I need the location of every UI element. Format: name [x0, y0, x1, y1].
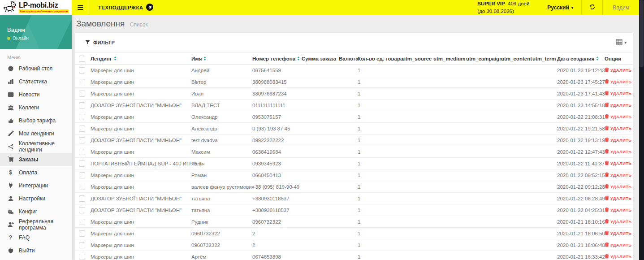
support-button[interactable]: ТЕХПОДДЕРЖКА	[89, 0, 162, 15]
row-checkbox[interactable]	[79, 149, 85, 155]
delete-button[interactable]: УДАЛИТЬ	[605, 126, 631, 131]
delete-button[interactable]: УДАЛИТЬ	[605, 114, 631, 120]
sidebar-item-dashboard[interactable]: Рабочий стол	[0, 62, 72, 75]
cell-phone: 0953075157	[252, 114, 302, 120]
cell-created: 2020-01-22 06:28:49	[557, 196, 605, 201]
column-header-created[interactable]: Дата создания	[557, 56, 605, 61]
row-checkbox[interactable]	[79, 242, 85, 248]
delete-button[interactable]: УДАЛИТЬ	[605, 172, 631, 178]
cell-name: Иван	[191, 91, 252, 96]
refresh-button[interactable]	[582, 0, 602, 15]
sidebar-item-plug[interactable]: Интеграции	[0, 179, 72, 192]
row-checkbox[interactable]	[79, 126, 85, 132]
sidebar-item-user[interactable]: Настройки	[0, 192, 72, 205]
row-checkbox[interactable]	[79, 219, 85, 225]
sidebar-item-news[interactable]: Новости	[0, 88, 72, 101]
trash-icon	[605, 172, 609, 178]
sidebar-item-thumb[interactable]: Выбор тарифа	[0, 114, 72, 127]
trash-icon	[605, 79, 609, 85]
sidebar-item-dollar[interactable]: $Оплата	[0, 166, 72, 179]
row-checkbox[interactable]	[79, 254, 85, 260]
trash-icon	[605, 102, 609, 108]
row-checkbox[interactable]	[79, 184, 85, 190]
news-icon	[7, 91, 14, 98]
filter-button[interactable]: ФИЛЬТР	[85, 40, 115, 46]
cell-landing: Маркеры для шин	[91, 68, 191, 73]
column-header-name[interactable]: Имя	[191, 56, 252, 61]
delete-button[interactable]: УДАЛИТЬ	[605, 195, 631, 201]
delete-button[interactable]: УДАЛИТЬ	[605, 149, 631, 155]
logo[interactable]: LP-mobi.biz Конструктор мобильных лендин…	[0, 0, 72, 15]
cell-phone: 0674653898	[252, 254, 302, 260]
table-row: Маркеры для шинАлександр0 (93) 193 87 45…	[75, 123, 633, 134]
row-checkbox[interactable]	[79, 195, 85, 202]
bar-chart-icon	[7, 78, 14, 85]
columns-toggle-button[interactable]: ▾	[616, 39, 627, 46]
row-checkbox[interactable]	[79, 102, 85, 108]
row-checkbox[interactable]	[79, 79, 85, 85]
delete-button[interactable]: УДАЛИТЬ	[605, 230, 631, 236]
cell-name: татьяна	[191, 208, 252, 213]
row-checkbox[interactable]	[79, 67, 85, 74]
row-checkbox[interactable]	[79, 207, 85, 213]
delete-button[interactable]: УДАЛИТЬ	[605, 160, 631, 166]
sidebar-item-label: Оплата	[19, 169, 37, 176]
sort-icon	[203, 56, 206, 61]
sidebar-item-people[interactable]: Коллеги	[0, 101, 72, 114]
page-subtitle: Список	[130, 22, 148, 28]
row-checkbox[interactable]	[79, 172, 85, 178]
cell-created: 2020-01-22 12:47:43	[557, 149, 605, 155]
sidebar-item-user-plus[interactable]: Реферальная программа	[0, 218, 72, 231]
trash-icon	[605, 67, 609, 73]
sidebar-item-share[interactable]: Коллективные лендинги	[0, 140, 72, 153]
delete-button[interactable]: УДАЛИТЬ	[605, 91, 631, 96]
sidebar-item-label: Выбор тарифа	[19, 117, 56, 124]
column-header-landing[interactable]: Лендинг	[91, 56, 191, 61]
user-menu[interactable]: Вадим	[603, 0, 639, 15]
language-selector[interactable]: Русский ▾	[539, 0, 581, 15]
row-checkbox[interactable]	[79, 91, 85, 97]
page-scrollbar[interactable]	[639, 0, 644, 260]
delete-button[interactable]: УДАЛИТЬ	[605, 79, 631, 85]
cell-landing: ДОЗАТОР ЗУБНОЇ ПАСТИ "МИНЬОН"	[91, 196, 191, 201]
table-row: ДОЗАТОР ЗУБНОЇ ПАСТИ "МИНЬОН"татьяна+380…	[75, 193, 633, 204]
hamburger-menu-button[interactable]	[72, 0, 89, 15]
cell-qty: 1	[358, 149, 402, 155]
sidebar-item-bar-chart[interactable]: Статистика	[0, 75, 72, 88]
sidebar-item-pen[interactable]: Мои лендинги	[0, 127, 72, 140]
delete-button[interactable]: УДАЛИТЬ	[605, 219, 631, 225]
delete-button[interactable]: УДАЛИТЬ	[605, 184, 631, 190]
row-checkbox[interactable]	[79, 230, 85, 237]
delete-button[interactable]: УДАЛИТЬ	[605, 137, 631, 143]
sidebar-item-power[interactable]: Выйти	[0, 244, 72, 257]
cell-landing: Маркеры для шин	[91, 219, 191, 225]
sidebar-item-gears[interactable]: Конфиг	[0, 205, 72, 218]
delete-button[interactable]: УДАЛИТЬ	[605, 242, 631, 248]
sidebar-item-question[interactable]: ?FAQ	[0, 231, 72, 244]
column-header-utm_medium: utm_medium	[433, 56, 466, 61]
delete-button[interactable]: УДАЛИТЬ	[605, 207, 631, 213]
row-checkbox[interactable]	[79, 114, 85, 120]
cell-landing: Маркеры для шин	[91, 254, 191, 260]
scrollbar-thumb[interactable]	[640, 0, 644, 67]
delete-button[interactable]: УДАЛИТЬ	[605, 67, 631, 73]
sidebar-item-label: Конфиг	[19, 208, 37, 215]
table-row: Маркеры для шинИван38097668723412020-01-…	[75, 88, 633, 100]
sidebar-item-cart[interactable]: Заказы	[0, 153, 72, 166]
delete-button[interactable]: УДАЛИТЬ	[605, 102, 631, 108]
table-row: Маркеры для шинАртём067465389812020-01-2…	[75, 251, 633, 260]
delete-button[interactable]: УДАЛИТЬ	[605, 254, 631, 260]
row-checkbox[interactable]	[79, 137, 85, 143]
cell-qty: 1	[358, 79, 402, 85]
cell-landing: Маркеры для шин	[91, 173, 191, 178]
cell-landing: Маркеры для шин	[91, 91, 191, 96]
column-header-utm_source: utm_source	[402, 56, 433, 61]
sort-icon	[596, 56, 599, 61]
cell-qty: 1	[358, 126, 402, 131]
main-content: Замовлення Список ФИЛЬТР	[72, 15, 639, 260]
cell-name: 0960732322	[191, 231, 252, 236]
row-checkbox[interactable]	[79, 160, 85, 167]
column-header-phone[interactable]: Номер телефона	[252, 56, 302, 61]
trash-icon	[605, 254, 609, 260]
select-all-checkbox[interactable]	[79, 56, 85, 62]
